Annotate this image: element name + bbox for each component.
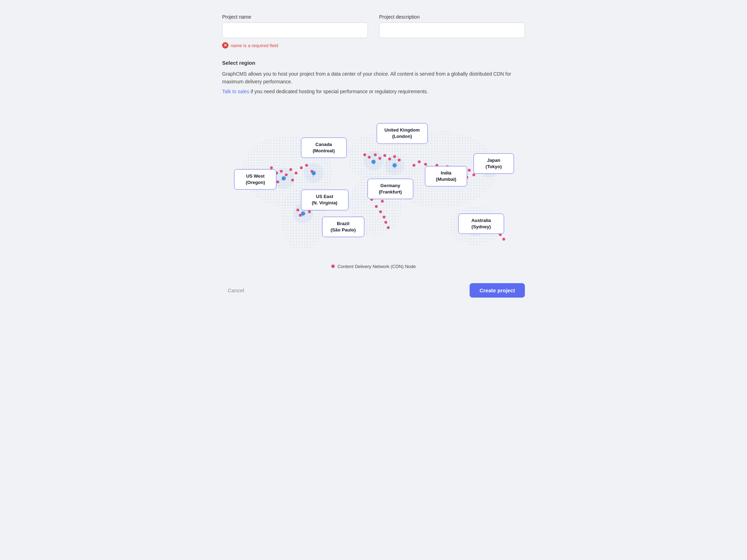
svg-point-17 — [280, 170, 283, 173]
sales-trailing: if you need dedicated hosting for specia… — [249, 89, 428, 94]
region-brazil[interactable]: Brazil (São Paulo) — [322, 217, 364, 237]
region-uk[interactable]: United Kingdom (London) — [377, 123, 428, 144]
svg-point-25 — [276, 180, 279, 183]
svg-point-35 — [383, 154, 386, 157]
svg-point-44 — [383, 216, 385, 218]
region-us-west-name: US West — [240, 173, 270, 179]
region-brazil-sub: (São Paulo) — [328, 227, 358, 233]
footer: Cancel Create project — [222, 283, 525, 298]
error-icon: ✕ — [222, 42, 228, 49]
svg-point-49 — [424, 163, 427, 166]
cdn-dot-icon — [331, 265, 335, 268]
project-description-label: Project description — [379, 14, 525, 20]
region-germany-name: Germany — [374, 183, 407, 189]
error-text: name is a required field — [231, 43, 278, 48]
svg-point-22 — [305, 164, 308, 167]
region-australia-name: Australia — [464, 217, 498, 224]
svg-point-48 — [418, 160, 421, 163]
region-brazil-name: Brazil — [328, 221, 358, 227]
svg-point-29 — [308, 210, 311, 213]
svg-point-27 — [296, 209, 299, 211]
svg-point-31 — [363, 153, 366, 156]
cdn-legend-text: Content Delivery Network (CDN) Node — [338, 264, 416, 269]
svg-point-38 — [398, 159, 401, 161]
sales-text: Talk to sales if you need dedicated host… — [222, 89, 525, 94]
project-name-label: Project name — [222, 14, 368, 20]
svg-point-57 — [468, 169, 471, 172]
region-uk-sub: (London) — [383, 133, 422, 140]
svg-point-32 — [368, 156, 371, 159]
region-australia-sub: (Sydney) — [464, 224, 498, 230]
region-india[interactable]: India (Mumbai) — [425, 166, 467, 186]
region-germany-sub: (Frankfurt) — [374, 189, 407, 195]
region-japan[interactable]: Japan (Tokyo) — [473, 153, 514, 174]
svg-point-21 — [300, 166, 303, 169]
page-container: Project name ✕ name is a required field … — [215, 0, 532, 319]
svg-point-18 — [285, 173, 288, 176]
svg-point-15 — [270, 166, 273, 169]
project-name-group: Project name ✕ name is a required field — [222, 14, 368, 49]
project-description-group: Project description — [379, 14, 525, 49]
form-row: Project name ✕ name is a required field … — [222, 14, 525, 49]
world-map-container: US West (Oregon) Canada (Montreal) Unite… — [222, 103, 525, 269]
talk-to-sales-link[interactable]: Talk to sales — [222, 89, 249, 94]
region-germany[interactable]: Germany (Frankfurt) — [368, 179, 413, 199]
region-us-east-sub: (N. Virginia) — [307, 200, 343, 206]
svg-point-34 — [378, 157, 381, 160]
svg-point-42 — [375, 205, 378, 208]
svg-point-71 — [502, 238, 505, 241]
project-name-input[interactable] — [222, 23, 368, 38]
error-container: ✕ name is a required field — [222, 42, 368, 49]
create-project-button[interactable]: Create project — [470, 283, 525, 298]
svg-point-46 — [387, 226, 390, 229]
svg-point-47 — [413, 164, 415, 167]
region-japan-sub: (Tokyo) — [479, 164, 508, 170]
region-india-name: India — [431, 170, 461, 176]
select-region-title: Select region — [222, 60, 525, 66]
svg-point-20 — [295, 172, 297, 174]
cancel-button[interactable]: Cancel — [222, 284, 250, 297]
region-australia[interactable]: Australia (Sydney) — [458, 214, 504, 234]
region-india-sub: (Mumbai) — [431, 176, 461, 183]
svg-point-26 — [291, 179, 294, 182]
project-description-input[interactable] — [379, 23, 525, 38]
region-us-west-sub: (Oregon) — [240, 179, 270, 186]
region-description: GraphCMS allows you to host your project… — [222, 70, 525, 86]
region-us-east[interactable]: US East (N. Virginia) — [301, 190, 349, 210]
svg-point-36 — [388, 158, 391, 160]
svg-point-33 — [374, 153, 377, 156]
region-us-west[interactable]: US West (Oregon) — [234, 169, 276, 190]
svg-point-45 — [384, 221, 387, 224]
region-uk-name: United Kingdom — [383, 127, 422, 133]
region-canada[interactable]: Canada (Montreal) — [301, 138, 347, 158]
region-canada-name: Canada — [307, 141, 341, 148]
svg-point-43 — [379, 210, 382, 213]
svg-point-41 — [381, 200, 384, 203]
svg-point-37 — [393, 155, 396, 158]
region-canada-sub: (Montreal) — [307, 148, 341, 154]
region-us-east-name: US East — [307, 193, 343, 200]
svg-point-58 — [472, 173, 475, 176]
svg-point-19 — [289, 168, 292, 171]
map-svg-wrapper: US West (Oregon) Canada (Montreal) Unite… — [222, 103, 525, 261]
cdn-legend: Content Delivery Network (CDN) Node — [222, 264, 525, 269]
region-japan-name: Japan — [479, 157, 508, 164]
